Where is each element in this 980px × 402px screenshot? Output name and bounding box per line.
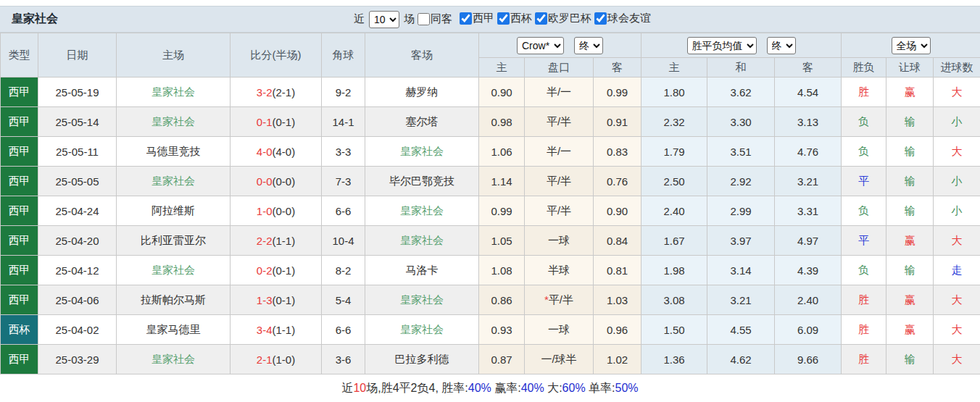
league-checkbox[interactable]: [535, 12, 547, 25]
table-row: 西甲25-05-11马德里竞技4-0(4-0)3-3皇家社会1.06半/一0.8…: [1, 137, 980, 167]
col-date: 日期: [38, 33, 117, 78]
handicap-result-cell: 赢: [886, 226, 934, 256]
recent-count-select[interactable]: 10: [369, 11, 399, 28]
ah-line-cell: *平/半: [525, 285, 594, 315]
score-cell: 2-2(1-1): [231, 226, 322, 256]
away-team-cell: 皇家社会: [365, 285, 479, 315]
league-cell: 西甲: [1, 137, 38, 167]
eu-draw-odds-cell: 4.62: [707, 345, 775, 374]
date-cell: 25-05-11: [38, 137, 117, 167]
panel-header: 皇家社会 近 10 场 同客 西甲西杯欧罗巴杯球会友谊: [0, 6, 980, 33]
goals-result-cell: 大: [934, 137, 980, 167]
handicap-result-cell: 赢: [886, 78, 934, 107]
home-team-cell: 皇家社会: [117, 256, 231, 285]
date-cell: 25-04-12: [38, 256, 117, 285]
home-team-cell: 皇家社会: [117, 345, 231, 374]
summary-part: 近: [341, 381, 353, 396]
score-cell: 3-4(1-1): [231, 315, 322, 345]
col-handicap: 让球: [886, 58, 934, 78]
table-row: 西甲25-04-06拉斯帕尔马斯1-3(0-1)5-4皇家社会0.86*平/半1…: [1, 285, 980, 315]
league-checkbox[interactable]: [460, 12, 472, 25]
league-cell: 西甲: [1, 285, 38, 315]
score-cell: 0-0(0-0): [231, 167, 322, 196]
ah-away-odds-cell: 0.83: [594, 137, 641, 167]
summary-part: 单率:: [586, 381, 615, 396]
away-team-cell: 塞尔塔: [365, 107, 479, 137]
eu-home-odds-cell: 3.08: [641, 285, 707, 315]
corner-cell: 14-1: [322, 107, 365, 137]
ah-away-odds-cell: 0.91: [594, 107, 641, 137]
corner-cell: 10-4: [322, 226, 365, 256]
filter-controls: 近 10 场 同客 西甲西杯欧罗巴杯球会友谊: [354, 7, 651, 32]
bookmaker-select[interactable]: Crow*: [517, 37, 564, 54]
same-venue-checkbox[interactable]: [418, 13, 430, 25]
ah-home-odds-cell: 0.98: [479, 107, 525, 137]
home-team-cell: 拉斯帕尔马斯: [117, 285, 231, 315]
date-cell: 25-05-19: [38, 78, 117, 107]
goals-result-cell: 大: [934, 285, 980, 315]
matches-label: 场: [404, 12, 415, 26]
eu-away-odds-cell: 2.40: [775, 285, 842, 315]
handicap-result-cell: 输: [886, 345, 934, 374]
date-cell: 25-05-05: [38, 167, 117, 196]
col-result: 胜负: [842, 58, 886, 78]
summary-part: 40%: [468, 382, 491, 395]
date-cell: 25-04-02: [38, 315, 117, 345]
eu-home-odds-cell: 2.40: [641, 196, 707, 226]
handicap-result-cell: 输: [886, 256, 934, 285]
eu-draw-odds-cell: 3.21: [707, 285, 775, 315]
eu-away-odds-cell: 3.31: [775, 196, 842, 226]
odds-mode-select[interactable]: 胜平负均值: [687, 37, 757, 54]
col-type: 类型: [1, 33, 38, 78]
ah-away-odds-cell: 0.76: [594, 167, 641, 196]
eu-draw-odds-cell: 3.14: [707, 256, 775, 285]
eu-away-odds-cell: 3.13: [775, 107, 842, 137]
same-venue-label: 同客: [431, 12, 452, 26]
result-cell: 胜: [842, 345, 886, 374]
league-cell: 西甲: [1, 345, 38, 374]
summary-part: 赢率:: [491, 381, 521, 396]
score-cell: 4-0(4-0): [231, 137, 322, 167]
league-checkbox[interactable]: [497, 12, 510, 25]
ah-line-cell: 半球: [525, 256, 594, 285]
home-team-cell: 阿拉维斯: [117, 196, 231, 226]
league-label: 球会友谊: [607, 12, 651, 25]
league-label: 西杯: [510, 12, 532, 25]
ah-line-cell: 半/一: [525, 137, 594, 167]
eu-away-odds-cell: 9.66: [775, 345, 842, 374]
ah-home-odds-cell: 1.14: [479, 167, 525, 196]
score-cell: 1-3(0-1): [231, 285, 322, 315]
ah-away-odds-cell: 0.90: [594, 196, 641, 226]
eu-home-odds-cell: 2.50: [641, 167, 707, 196]
away-team-cell: 赫罗纳: [365, 78, 479, 107]
col-home: 主场: [117, 33, 231, 78]
table-row: 西甲25-04-24阿拉维斯1-0(0-0)6-6皇家社会0.99平/半0.90…: [1, 196, 980, 226]
date-cell: 25-05-14: [38, 107, 117, 137]
team-title: 皇家社会: [0, 12, 58, 27]
result-cell: 平: [842, 226, 886, 256]
ah-home-odds-cell: 0.93: [479, 315, 525, 345]
ah-line-cell: 平/半: [525, 196, 594, 226]
eu-home-odds-cell: 2.32: [641, 107, 707, 137]
eu-away-odds-cell: 4.54: [775, 78, 842, 107]
eu-home-odds-cell: 1.98: [641, 256, 707, 285]
scope-select[interactable]: 全场: [892, 37, 931, 54]
corner-cell: 7-3: [322, 167, 365, 196]
odds-time-select[interactable]: 终: [767, 37, 796, 54]
eu-away-odds-cell: 4.76: [775, 137, 842, 167]
ah-away-odds-cell: 0.81: [594, 256, 641, 285]
goals-result-cell: 小: [934, 167, 980, 196]
league-checkbox[interactable]: [594, 12, 607, 25]
result-group: 全场: [842, 33, 980, 58]
ah-line-cell: 一球: [525, 226, 594, 256]
handicap-result-cell: 输: [886, 107, 934, 137]
summary-part: 40%: [521, 382, 544, 395]
recent-label: 近: [354, 12, 365, 26]
eu-away-odds-cell: 6.09: [775, 315, 842, 345]
table-row: 西甲25-05-14皇家社会0-1(0-1)14-1塞尔塔0.98平/半0.91…: [1, 107, 980, 137]
table-row: 西甲25-04-12皇家社会0-2(0-1)8-2马洛卡1.08半球0.811.…: [1, 256, 980, 285]
bookmaker-time-select[interactable]: 终: [574, 37, 603, 54]
eu-draw-odds-cell: 2.99: [707, 196, 775, 226]
col-corner: 角球: [322, 33, 365, 78]
date-cell: 25-03-29: [38, 345, 117, 374]
